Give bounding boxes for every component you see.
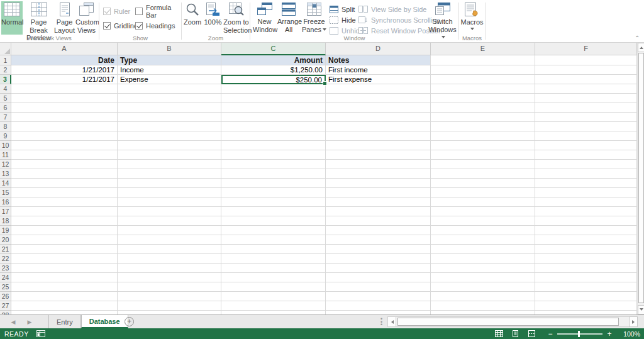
cell-D7[interactable] bbox=[326, 113, 431, 122]
cell-B19[interactable] bbox=[118, 226, 221, 235]
cell-D16[interactable] bbox=[326, 197, 431, 207]
row-header-23[interactable]: 23 bbox=[0, 264, 11, 273]
cell-B6[interactable] bbox=[118, 103, 221, 113]
cell-C21[interactable] bbox=[221, 245, 326, 254]
next-sheet-button[interactable]: ▶ bbox=[24, 315, 35, 328]
cell-D19[interactable] bbox=[326, 226, 431, 235]
row-header-14[interactable]: 14 bbox=[0, 179, 11, 188]
hide-button[interactable]: Hide bbox=[330, 15, 356, 25]
cell-A5[interactable] bbox=[11, 94, 118, 103]
zoom-button[interactable]: Zoom bbox=[182, 1, 203, 35]
cell-E2[interactable] bbox=[431, 65, 535, 75]
zoom-100-button[interactable]: 100% bbox=[203, 1, 223, 35]
cell-E12[interactable] bbox=[431, 160, 535, 169]
row-header-1[interactable]: 1 bbox=[0, 55, 11, 65]
cell-D3[interactable]: First expense bbox=[326, 75, 431, 84]
column-header-C[interactable]: C bbox=[221, 43, 326, 55]
row-header-24[interactable]: 24 bbox=[0, 273, 11, 282]
row-header-19[interactable]: 19 bbox=[0, 226, 11, 235]
cell-E3[interactable] bbox=[431, 75, 535, 84]
cell-F1[interactable] bbox=[535, 55, 637, 65]
row-header-4[interactable]: 4 bbox=[0, 84, 11, 94]
tab-scroll-splitter[interactable]: ••• bbox=[380, 318, 383, 326]
cell-C17[interactable] bbox=[221, 207, 326, 216]
row-header-10[interactable]: 10 bbox=[0, 141, 11, 150]
cell-F16[interactable] bbox=[535, 197, 637, 207]
cell-A13[interactable] bbox=[11, 169, 118, 179]
cell-D6[interactable] bbox=[326, 103, 431, 113]
cell-E1[interactable] bbox=[431, 55, 535, 65]
normal-view-button[interactable]: Normal bbox=[1, 1, 23, 35]
cell-B14[interactable] bbox=[118, 179, 221, 188]
cell-B27[interactable] bbox=[118, 301, 221, 311]
custom-views-button[interactable]: Custom Views bbox=[75, 1, 97, 35]
cell-F9[interactable] bbox=[535, 131, 637, 141]
cell-D8[interactable] bbox=[326, 122, 431, 131]
cell-D13[interactable] bbox=[326, 169, 431, 179]
cell-D27[interactable] bbox=[326, 301, 431, 311]
page-break-preview-button[interactable]: Page Break Preview bbox=[24, 1, 53, 35]
column-header-D[interactable]: D bbox=[326, 43, 431, 55]
cell-A10[interactable] bbox=[11, 141, 118, 150]
cell-B21[interactable] bbox=[118, 245, 221, 254]
collapse-ribbon-icon[interactable]: ⌃ bbox=[635, 35, 640, 41]
zoom-to-selection-button[interactable]: Zoom to Selection bbox=[223, 1, 249, 35]
page-layout-view-button[interactable] bbox=[507, 329, 523, 339]
cell-F19[interactable] bbox=[535, 226, 637, 235]
cell-F25[interactable] bbox=[535, 282, 637, 292]
cell-E6[interactable] bbox=[431, 103, 535, 113]
cell-D20[interactable] bbox=[326, 235, 431, 245]
headings-checkbox[interactable]: Headings bbox=[135, 21, 175, 30]
cell-C20[interactable] bbox=[221, 235, 326, 245]
cell-E15[interactable] bbox=[431, 188, 535, 197]
scroll-down-button[interactable] bbox=[638, 305, 644, 314]
cell-A17[interactable] bbox=[11, 207, 118, 216]
scroll-up-button[interactable] bbox=[638, 43, 644, 52]
cell-F3[interactable] bbox=[535, 75, 637, 84]
cell-F15[interactable] bbox=[535, 188, 637, 197]
cell-D11[interactable] bbox=[326, 150, 431, 160]
cell-B23[interactable] bbox=[118, 264, 221, 273]
horizontal-scroll-thumb[interactable] bbox=[397, 318, 619, 326]
cell-E18[interactable] bbox=[431, 216, 535, 226]
zoom-slider-thumb[interactable] bbox=[578, 331, 580, 337]
cell-F8[interactable] bbox=[535, 122, 637, 131]
row-header-11[interactable]: 11 bbox=[0, 150, 11, 160]
cell-A23[interactable] bbox=[11, 264, 118, 273]
cell-A24[interactable] bbox=[11, 273, 118, 282]
zoom-out-button[interactable]: − bbox=[546, 330, 555, 338]
row-header-12[interactable]: 12 bbox=[0, 160, 11, 169]
switch-windows-button[interactable]: Switch Windows bbox=[428, 1, 457, 35]
cell-F17[interactable] bbox=[535, 207, 637, 216]
cell-D21[interactable] bbox=[326, 245, 431, 254]
cell-A26[interactable] bbox=[11, 292, 118, 301]
cell-E16[interactable] bbox=[431, 197, 535, 207]
cell-A21[interactable] bbox=[11, 245, 118, 254]
cell-D23[interactable] bbox=[326, 264, 431, 273]
cell-A14[interactable] bbox=[11, 179, 118, 188]
cell-A12[interactable] bbox=[11, 160, 118, 169]
cell-C4[interactable] bbox=[221, 84, 326, 94]
row-header-16[interactable]: 16 bbox=[0, 197, 11, 207]
cell-C6[interactable] bbox=[221, 103, 326, 113]
cell-D9[interactable] bbox=[326, 131, 431, 141]
cell-F23[interactable] bbox=[535, 264, 637, 273]
cell-C23[interactable] bbox=[221, 264, 326, 273]
cell-F6[interactable] bbox=[535, 103, 637, 113]
sheet-tab-database[interactable]: Database bbox=[81, 315, 128, 328]
zoom-level-label[interactable]: 100% bbox=[619, 330, 640, 338]
cell-F27[interactable] bbox=[535, 301, 637, 311]
cell-A16[interactable] bbox=[11, 197, 118, 207]
row-header-22[interactable]: 22 bbox=[0, 254, 11, 264]
row-header-18[interactable]: 18 bbox=[0, 216, 11, 226]
row-header-7[interactable]: 7 bbox=[0, 113, 11, 122]
cell-B1[interactable]: Type bbox=[118, 55, 221, 65]
cell-D10[interactable] bbox=[326, 141, 431, 150]
cell-F11[interactable] bbox=[535, 150, 637, 160]
freeze-panes-button[interactable]: Freeze Panes bbox=[301, 1, 327, 35]
sheet-tab-entry[interactable]: Entry bbox=[49, 315, 81, 328]
cell-C18[interactable] bbox=[221, 216, 326, 226]
cell-B12[interactable] bbox=[118, 160, 221, 169]
cell-B4[interactable] bbox=[118, 84, 221, 94]
page-layout-button[interactable]: Page Layout bbox=[54, 1, 75, 35]
